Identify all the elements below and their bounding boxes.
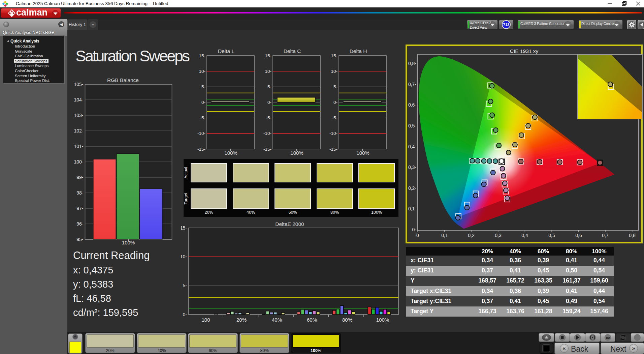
svg-text:99-: 99- [76,175,84,180]
svg-text:15-: 15- [181,225,187,231]
svg-text:102-: 102- [74,128,83,134]
svg-text:0-: 0- [183,312,187,317]
svg-text:0-: 0- [412,227,417,232]
svg-text:101-: 101- [74,144,83,149]
svg-text:15-: 15- [331,53,337,58]
svg-text:96-: 96- [76,221,84,227]
svg-text:Delta L: Delta L [218,48,234,54]
svg-text:0,7: 0,7 [602,233,609,238]
svg-text:-5-: -5- [266,115,272,120]
svg-text:0,2: 0,2 [468,233,475,238]
svg-text:5-: 5- [333,84,337,89]
svg-text:100%: 100% [356,150,369,156]
svg-text:0,6: 0,6 [575,233,582,238]
svg-text:Delta C: Delta C [284,48,301,54]
svg-text:10-: 10- [331,69,337,74]
svg-text:Delta H: Delta H [350,48,367,54]
svg-text:40%: 40% [272,317,282,323]
svg-text:0-: 0- [267,100,271,105]
svg-text:0,5-: 0,5- [408,123,416,128]
svg-text:DeltaE 2000: DeltaE 2000 [275,221,304,227]
svg-text:100%: 100% [376,317,389,323]
svg-text:-10-: -10- [197,131,205,136]
svg-text:10-: 10- [265,69,271,74]
svg-text:0,2-: 0,2- [408,185,416,191]
svg-text:0,1-: 0,1- [408,206,416,211]
svg-text:100%: 100% [290,150,303,156]
svg-text:5-: 5- [201,84,205,89]
svg-text:10-: 10- [181,254,187,259]
svg-text:0,1: 0,1 [441,233,448,238]
svg-text:∞: ∞ [606,334,610,341]
svg-text:10-: 10- [199,69,205,74]
svg-text:0,5: 0,5 [548,233,555,238]
svg-text:-15-: -15- [197,147,205,152]
svg-text:0,8: 0,8 [629,233,636,238]
svg-text:104-: 104- [74,97,83,102]
svg-text:0,4: 0,4 [521,233,528,238]
svg-text:RGB Balance: RGB Balance [107,77,139,83]
svg-text:105-: 105- [74,82,83,87]
svg-text:0: 0 [416,233,419,238]
svg-text:0,6-: 0,6- [408,102,416,108]
svg-text:98-: 98- [76,190,84,196]
svg-text:CIE 1931 xy: CIE 1931 xy [510,48,539,54]
svg-text:0,3: 0,3 [495,233,502,238]
svg-text:15-: 15- [199,53,205,58]
svg-text:100-: 100- [74,159,83,165]
svg-text:0,7-: 0,7- [408,82,416,87]
svg-text:-10-: -10- [329,131,337,136]
svg-text:80%: 80% [342,317,352,323]
svg-text:5-: 5- [183,283,187,288]
svg-text:0-: 0- [333,100,337,105]
svg-text:100: 100 [201,317,210,323]
svg-text:-5-: -5- [200,115,206,120]
svg-text:0,3-: 0,3- [408,165,416,170]
svg-text:95-: 95- [76,237,84,242]
svg-text:100%: 100% [224,150,237,156]
svg-text:0,4-: 0,4- [408,144,416,149]
svg-text:5-: 5- [267,84,271,89]
svg-text:15-: 15- [265,53,271,58]
svg-text:103-: 103- [74,113,83,118]
svg-text:97-: 97- [76,206,84,211]
svg-text:100%: 100% [122,240,135,245]
svg-text:0,8-: 0,8- [408,61,416,66]
svg-text:0-: 0- [201,100,205,105]
svg-text:-15-: -15- [329,147,337,152]
svg-text:-5-: -5- [332,115,338,120]
svg-text:-10-: -10- [263,131,271,136]
svg-text:20%: 20% [236,317,247,323]
svg-text:60%: 60% [307,317,317,323]
svg-text:-15-: -15- [263,147,271,152]
